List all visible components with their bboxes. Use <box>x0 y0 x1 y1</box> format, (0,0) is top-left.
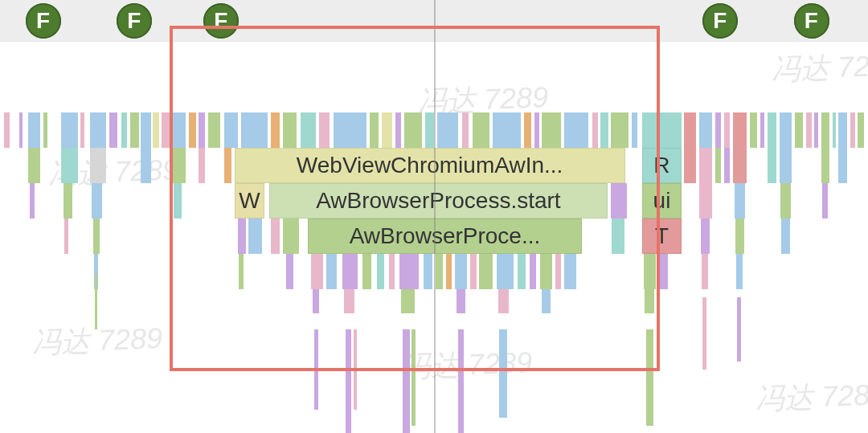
trace-slice[interactable] <box>319 112 330 148</box>
trace-slice[interactable] <box>724 112 731 148</box>
trace-slice[interactable] <box>382 112 392 148</box>
trace-slice[interactable] <box>90 112 105 148</box>
trace-slice[interactable] <box>61 148 79 183</box>
trace-slice[interactable] <box>699 112 711 148</box>
trace-slice[interactable] <box>524 112 531 148</box>
trace-slice[interactable] <box>162 112 170 148</box>
frame-marker[interactable]: F <box>794 3 829 39</box>
trace-slice[interactable] <box>239 254 244 289</box>
trace-slice[interactable] <box>362 254 371 289</box>
trace-slice[interactable] <box>821 112 830 148</box>
frame-marker[interactable]: F <box>702 3 738 39</box>
trace-slice[interactable] <box>780 183 791 219</box>
trace-slice[interactable] <box>479 254 493 289</box>
trace-slice[interactable] <box>699 148 711 183</box>
trace-slice[interactable] <box>458 329 463 433</box>
trace-slice[interactable] <box>600 112 608 148</box>
trace-slice[interactable] <box>632 112 637 148</box>
trace-slice[interactable] <box>660 254 668 289</box>
trace-slice[interactable] <box>821 148 830 183</box>
trace-slice[interactable] <box>499 329 507 418</box>
trace-slice[interactable] <box>19 112 23 148</box>
trace-slice[interactable] <box>715 112 722 148</box>
trace-slice[interactable] <box>446 254 451 289</box>
trace-slice[interactable] <box>301 112 316 148</box>
trace-slice[interactable] <box>462 112 469 148</box>
trace-slice[interactable] <box>344 289 354 313</box>
trace-slice[interactable] <box>93 219 100 254</box>
trace-slice[interactable] <box>241 112 267 148</box>
trace-slice[interactable] <box>326 254 337 289</box>
trace-slice[interactable] <box>750 112 757 148</box>
trace-slice[interactable] <box>699 183 711 219</box>
trace-slice[interactable] <box>814 112 818 148</box>
trace-slice[interactable] <box>172 112 186 148</box>
trace-slice[interactable] <box>592 112 599 148</box>
trace-slice[interactable] <box>92 183 102 219</box>
trace-slice[interactable] <box>61 112 79 148</box>
trace-slice-w[interactable]: W <box>235 183 265 219</box>
trace-slice[interactable] <box>283 112 297 148</box>
trace-slice[interactable] <box>314 329 318 410</box>
trace-slice[interactable] <box>838 148 847 183</box>
trace-slice[interactable] <box>334 112 366 148</box>
trace-slice[interactable] <box>470 254 477 289</box>
trace-slice[interactable] <box>199 112 205 148</box>
trace-slice[interactable] <box>858 112 864 148</box>
trace-slice[interactable] <box>555 254 560 289</box>
trace-slice[interactable] <box>121 112 126 148</box>
frame-marker[interactable]: F <box>203 3 239 39</box>
trace-slice[interactable] <box>724 148 731 183</box>
trace-slice[interactable] <box>735 219 744 254</box>
trace-slice[interactable] <box>611 112 628 148</box>
trace-slice[interactable] <box>850 112 854 148</box>
trace-slice[interactable] <box>172 148 186 183</box>
trace-slice[interactable] <box>424 254 432 289</box>
trace-slice[interactable] <box>208 112 220 148</box>
trace-slice[interactable] <box>63 183 72 219</box>
trace-slice[interactable] <box>403 329 410 433</box>
trace-slice[interactable] <box>153 112 159 148</box>
trace-slice[interactable] <box>28 112 40 148</box>
trace-slice[interactable] <box>833 112 836 148</box>
trace-slice[interactable] <box>497 254 514 289</box>
trace-slice[interactable] <box>141 148 151 183</box>
trace-slice[interactable] <box>174 183 182 219</box>
trace-slice[interactable] <box>311 254 323 289</box>
trace-slice[interactable] <box>780 112 792 148</box>
trace-slice[interactable] <box>224 148 232 183</box>
trace-slice[interactable] <box>141 112 151 148</box>
trace-slice[interactable] <box>346 329 352 433</box>
trace-slice[interactable] <box>80 112 84 148</box>
trace-slice[interactable] <box>199 148 205 183</box>
trace-slice[interactable] <box>611 183 626 219</box>
trace-slice[interactable] <box>822 183 829 219</box>
trace-slice[interactable] <box>702 297 706 370</box>
trace-slice-awbrowserprocess[interactable]: AwBrowserProce... <box>308 219 581 254</box>
frame-ruler[interactable]: F F F F F <box>0 0 868 42</box>
trace-slice[interactable] <box>518 254 526 289</box>
trace-slice[interactable] <box>737 297 741 362</box>
trace-slice[interactable] <box>437 112 458 148</box>
trace-slice[interactable] <box>530 254 537 289</box>
trace-slice[interactable] <box>457 289 465 313</box>
trace-slice[interactable] <box>642 112 682 148</box>
trace-slice[interactable] <box>377 254 385 289</box>
trace-slice[interactable] <box>436 254 443 289</box>
trace-slice[interactable] <box>733 112 747 148</box>
trace-slice-ui[interactable]: ui <box>642 183 682 219</box>
trace-slice[interactable] <box>109 112 117 148</box>
trace-slice[interactable] <box>612 219 624 254</box>
trace-slice[interactable] <box>493 112 521 148</box>
trace-slice[interactable] <box>735 183 745 219</box>
trace-slice[interactable] <box>838 112 847 148</box>
trace-slice-r[interactable]: R <box>642 148 682 183</box>
trace-slice[interactable] <box>238 219 246 254</box>
trace-viewport[interactable]: 冯达 7289 冯达 7289 冯达 7289 冯达 7289 冯达 7289 … <box>0 0 868 433</box>
trace-slice[interactable] <box>768 148 776 183</box>
trace-slice[interactable] <box>806 112 811 148</box>
trace-slice-t[interactable]: T <box>642 219 682 254</box>
trace-slice[interactable] <box>564 112 588 148</box>
trace-slice[interactable] <box>473 112 490 148</box>
trace-slice[interactable] <box>425 112 434 148</box>
